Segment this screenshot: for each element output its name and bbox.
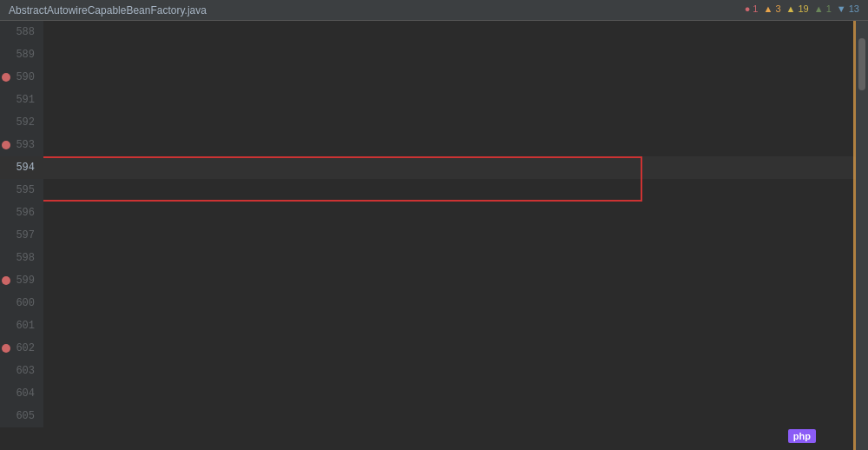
line-number-600: 600 [0,292,43,314]
line-content-591[interactable] [43,89,868,111]
line-600: 600 if (ex instanceof BeanCreationExcept… [0,292,868,314]
line-content-590[interactable]: } [43,66,868,89]
line-599: 599 } catch (Throwable ex) { [0,269,868,292]
php-badge: php [788,429,816,443]
line-content-601[interactable]: throw (BeanCreationException) ex; [43,314,868,337]
line-content-597[interactable]: // 初始化（重点） [43,224,868,247]
line-591: 591 [0,89,868,111]
line-number-591: 591 [0,89,43,111]
line-number-597: 597 [0,224,43,247]
title-bar: AbstractAutowireCapableBeanFactory.java … [0,0,868,21]
filename-label: AbstractAutowireCapableBeanFactory.java [9,4,207,17]
line-598: 598 exposedObject = initializeBean(beanN… [0,247,868,269]
status-badges: ● 1 ▲ 3 ▲ 19 ▲ 1 ▼ 13 [745,3,859,14]
warning-badge: ▲ 3 [764,3,781,14]
line-content-593[interactable]: try { [43,134,868,156]
line-593: 593 try { [0,134,868,156]
line-number-596: 596 [0,202,43,224]
line-content-588[interactable]: // 循环依赖-添加到三级缓存 [43,21,868,43]
info-badge: ▲ 19 [786,3,809,14]
line-number-592: 592 [0,111,43,134]
breakpoint-599 [2,276,10,285]
line-595: 595 populateBean(beanName, mbd, instance… [0,179,868,202]
line-number-598: 598 [0,247,43,269]
scrollbar-thumb[interactable] [858,38,865,90]
editor-container: 588 // 循环依赖-添加到三级缓存 589 addSingletonFact… [0,21,868,450]
line-588: 588 // 循环依赖-添加到三级缓存 [0,21,868,43]
line-content-596[interactable] [43,202,868,224]
vertical-scrollbar[interactable] [856,21,868,450]
line-596: 596 [0,202,868,224]
line-number-602: 602 [0,337,43,360]
line-592: 592 Object exposedObject = bean; [0,111,868,134]
line-content-592[interactable]: Object exposedObject = bean; [43,111,868,134]
line-590: 590 } [0,66,868,89]
line-605: 605 } [0,405,868,427]
line-number-604: 604 [0,382,43,405]
breakpoint-593 [2,141,10,149]
line-number-599: 599 [0,269,43,292]
highlight-box-top [43,156,642,179]
line-content-599[interactable]: } catch (Throwable ex) { [43,269,868,292]
line-602: 602 } else { [0,337,868,360]
line-603: 603 throw new BeanCreationException(mbd.… [0,360,868,382]
line-number-603: 603 [0,360,43,382]
error-badge: ● 1 [745,3,759,14]
hint-badge: ▲ 1 [814,3,832,14]
line-content-598[interactable]: exposedObject = initializeBean(beanName,… [43,247,868,269]
breakpoint-602 [2,344,10,353]
line-content-602[interactable]: } else { [43,337,868,360]
line-597: 597 // 初始化（重点） [0,224,868,247]
highlight-box-bottom [43,179,642,202]
weak-badge: ▼ 13 [837,3,859,14]
line-content-595[interactable]: populateBean(beanName, mbd, instanceWrap… [43,179,868,202]
line-594: 594 // 属性填充 [0,156,868,179]
line-601: 601 throw (BeanCreationException) ex; [0,314,868,337]
line-number-593: 593 [0,134,43,156]
line-content-603[interactable]: throw new BeanCreationException(mbd.getR… [43,360,868,382]
line-number-588: 588 [0,21,43,43]
line-content-589[interactable]: addSingletonFactory(beanName, () -> getE… [43,43,868,66]
right-accent [853,21,856,450]
line-number-601: 601 [0,314,43,337]
line-content-605[interactable]: } [43,405,868,427]
line-number-605: 605 [0,405,43,427]
line-589: 589 addSingletonFactory(beanName, () -> … [0,43,868,66]
line-content-594[interactable]: // 属性填充 [43,156,868,179]
breakpoint-590 [2,73,10,82]
line-number-595: 595 [0,179,43,202]
code-lines: 588 // 循环依赖-添加到三级缓存 589 addSingletonFact… [0,21,868,450]
line-content-604[interactable]: } [43,382,868,405]
line-number-594: 594 [0,156,43,179]
line-content-600[interactable]: if (ex instanceof BeanCreationException … [43,292,868,314]
line-604: 604 } [0,382,868,405]
line-number-590: 590 [0,66,43,89]
line-number-589: 589 [0,43,43,66]
